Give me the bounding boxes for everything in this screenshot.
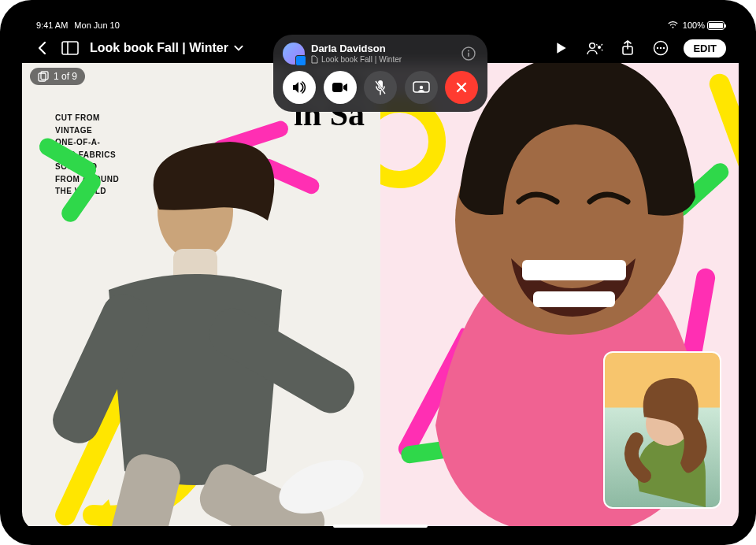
model-photo-left	[22, 117, 380, 526]
mute-button[interactable]	[364, 71, 397, 104]
shared-doc-label: Look book Fall | Winter	[311, 55, 402, 64]
document-title-text: Look book Fall | Winter	[90, 41, 228, 55]
facetime-hud: Darla Davidson Look book Fall | Winter	[273, 35, 487, 112]
document-icon	[311, 55, 318, 64]
svg-point-24	[468, 50, 469, 52]
page-count-badge[interactable]: 1 of 9	[30, 68, 85, 85]
svg-rect-26	[332, 83, 343, 92]
caller-name: Darla Davidson	[311, 43, 402, 54]
document-title[interactable]: Look book Fall | Winter	[90, 41, 244, 55]
svg-point-31	[419, 86, 422, 89]
svg-rect-22	[533, 291, 615, 307]
svg-point-2	[590, 43, 595, 49]
status-time: 9:41 AM	[36, 20, 68, 30]
sidebar-button[interactable]	[60, 38, 80, 58]
shareplay-button[interactable]	[405, 71, 438, 104]
svg-rect-9	[39, 73, 46, 81]
self-view-pip[interactable]	[603, 351, 721, 509]
end-call-button[interactable]	[445, 71, 478, 104]
page-count-text: 1 of 9	[54, 71, 77, 82]
svg-point-8	[663, 47, 665, 49]
caller-avatar[interactable]	[283, 43, 305, 65]
speaker-button[interactable]	[283, 71, 316, 104]
more-button[interactable]	[650, 38, 671, 58]
status-date: Mon Jun 10	[74, 20, 119, 30]
svg-point-6	[657, 47, 658, 49]
back-button[interactable]	[32, 38, 52, 58]
edit-button[interactable]: EDIT	[684, 39, 726, 57]
battery-icon	[707, 21, 724, 30]
status-bar: 9:41 AM Mon Jun 10 100%	[22, 17, 739, 33]
self-video	[619, 373, 713, 507]
chevron-down-icon	[233, 43, 244, 54]
camera-button[interactable]	[324, 71, 357, 104]
svg-rect-10	[41, 72, 48, 80]
svg-point-7	[660, 47, 662, 49]
svg-point-3	[598, 46, 601, 49]
svg-rect-21	[522, 260, 626, 280]
battery-pct: 100%	[683, 20, 705, 30]
svg-rect-0	[62, 42, 78, 54]
pages-icon	[38, 71, 49, 82]
play-button[interactable]	[551, 38, 572, 58]
svg-rect-25	[468, 53, 469, 57]
share-button[interactable]	[617, 38, 638, 58]
call-info-button[interactable]	[461, 46, 476, 61]
home-indicator[interactable]	[333, 525, 428, 528]
page-left: 1 of 9 Made in Sa CUT FROM VINTAGE ONE-O…	[22, 63, 380, 526]
wifi-icon	[668, 21, 678, 29]
collaborate-button[interactable]	[584, 38, 605, 58]
